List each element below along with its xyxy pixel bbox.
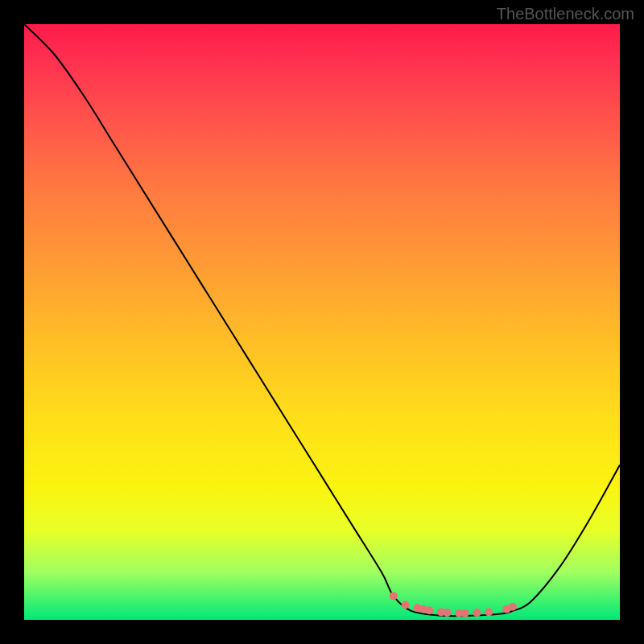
svg-point-6 [443, 609, 451, 617]
svg-point-10 [485, 608, 493, 616]
svg-point-12 [509, 603, 517, 611]
chart-svg [24, 24, 620, 620]
plot-area [24, 24, 620, 620]
svg-point-1 [402, 601, 410, 609]
watermark-text: TheBottleneck.com [497, 5, 634, 23]
curve-line [24, 24, 620, 616]
svg-point-9 [473, 609, 481, 617]
svg-point-8 [461, 609, 469, 617]
svg-point-4 [425, 606, 433, 614]
svg-point-0 [390, 592, 398, 600]
